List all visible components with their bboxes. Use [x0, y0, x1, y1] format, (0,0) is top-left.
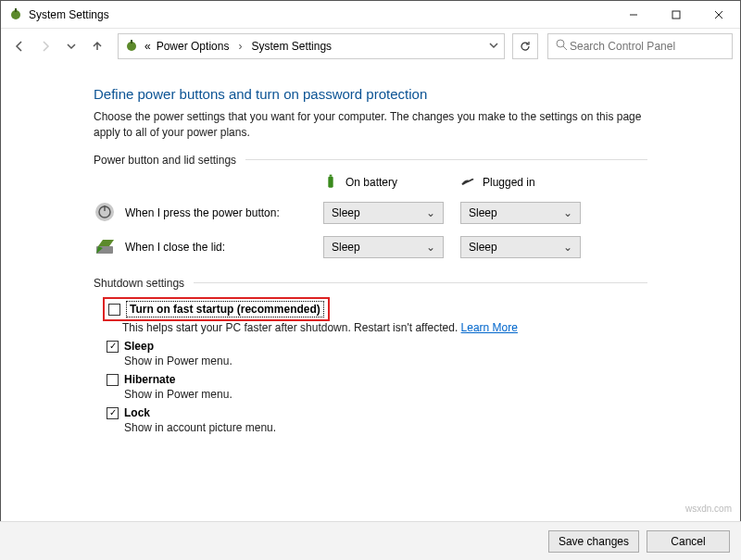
dropdown-power-battery[interactable]: Sleep ⌄ [323, 202, 444, 224]
chevron-down-icon: ⌄ [563, 206, 572, 219]
content-area: Define power buttons and turn on passwor… [1, 64, 740, 434]
chevron-down-icon: ⌄ [563, 241, 572, 254]
checkbox-hibernate[interactable] [107, 374, 119, 386]
window-title: System Settings [29, 8, 109, 21]
battery-icon [323, 174, 338, 192]
dropdown-power-plugged[interactable]: Sleep ⌄ [460, 202, 581, 224]
column-on-battery: On battery [323, 174, 444, 192]
row-power-button-label: When I press the power button: [125, 206, 280, 219]
svg-line-9 [563, 46, 567, 50]
back-button[interactable] [8, 35, 31, 57]
power-grid: On battery Plugged in When I press the p… [94, 174, 647, 260]
navbar: « Power Options › System Settings [1, 29, 740, 64]
address-dropdown-icon[interactable] [489, 40, 498, 53]
checkbox-lock-label: Lock [124, 406, 150, 419]
column-plugged-in: Plugged in [460, 174, 581, 192]
power-button-icon [94, 201, 116, 226]
section-power-lid-label: Power button and lid settings [94, 154, 236, 167]
row-lid: When I close the lid: [94, 235, 307, 260]
save-button[interactable]: Save changes [548, 530, 639, 553]
chevron-down-icon: ⌄ [426, 206, 435, 219]
checkbox-fast-startup-label: Turn on fast startup (recommended) [126, 301, 324, 317]
chevron-down-icon: ⌄ [426, 241, 435, 254]
svg-rect-1 [15, 8, 17, 12]
dropdown-power-battery-value: Sleep [332, 206, 360, 219]
checkbox-sleep[interactable] [107, 341, 119, 353]
section-power-lid-header: Power button and lid settings [94, 154, 647, 167]
dropdown-lid-battery[interactable]: Sleep ⌄ [323, 236, 444, 258]
titlebar: System Settings [1, 1, 740, 29]
chevron-right-icon: › [234, 40, 245, 53]
svg-rect-7 [131, 40, 132, 44]
breadcrumb-item-system-settings[interactable]: System Settings [251, 40, 332, 53]
minimize-button[interactable] [612, 1, 655, 29]
checkbox-sleep-label: Sleep [124, 340, 154, 353]
checkbox-hibernate-label: Hibernate [124, 373, 175, 386]
breadcrumb-item-power-options[interactable]: Power Options [157, 40, 230, 53]
hibernate-desc: Show in Power menu. [124, 388, 647, 401]
fast-startup-desc: This helps start your PC faster after sh… [122, 321, 461, 334]
svg-point-8 [557, 40, 564, 47]
dropdown-lid-battery-value: Sleep [332, 241, 360, 254]
address-bar[interactable]: « Power Options › System Settings [118, 33, 505, 59]
forward-button[interactable] [34, 35, 57, 57]
learn-more-link[interactable]: Learn More [461, 321, 518, 334]
cancel-button[interactable]: Cancel [647, 530, 730, 553]
section-shutdown-header: Shutdown settings [94, 277, 647, 290]
app-icon [8, 7, 23, 22]
dropdown-lid-plugged-value: Sleep [469, 241, 497, 254]
dropdown-power-plugged-value: Sleep [469, 206, 497, 219]
watermark: wsxdn.com [685, 504, 732, 514]
footer: Save changes Cancel [0, 521, 741, 560]
plug-icon [460, 174, 475, 192]
section-shutdown-label: Shutdown settings [94, 277, 184, 290]
checkbox-fast-startup[interactable] [108, 304, 120, 316]
lid-icon [94, 235, 116, 260]
page-title: Define power buttons and turn on passwor… [94, 86, 647, 102]
power-options-icon [124, 39, 139, 54]
svg-rect-3 [672, 11, 680, 19]
column-on-battery-label: On battery [345, 176, 397, 189]
fast-startup-highlight: Turn on fast startup (recommended) [103, 297, 330, 321]
refresh-button[interactable] [512, 33, 538, 59]
shutdown-settings-list: Turn on fast startup (recommended) This … [94, 297, 647, 434]
column-plugged-in-label: Plugged in [483, 176, 535, 189]
dropdown-lid-plugged[interactable]: Sleep ⌄ [460, 236, 581, 258]
svg-rect-10 [328, 176, 333, 187]
up-button[interactable] [86, 35, 108, 57]
row-lid-label: When I close the lid: [125, 241, 225, 254]
row-power-button: When I press the power button: [94, 201, 307, 226]
close-button[interactable] [697, 1, 740, 29]
search-icon [556, 39, 568, 54]
svg-rect-11 [330, 174, 333, 176]
search-input[interactable] [568, 39, 724, 54]
recent-dropdown[interactable] [60, 35, 82, 57]
search-box[interactable] [547, 33, 733, 59]
maximize-button[interactable] [655, 1, 697, 29]
lock-desc: Show in account picture menu. [124, 421, 647, 434]
checkbox-lock[interactable] [107, 407, 119, 419]
page-description: Choose the power settings that you want … [94, 109, 647, 141]
breadcrumb-sep-icon: « [144, 40, 151, 53]
sleep-desc: Show in Power menu. [124, 355, 647, 367]
